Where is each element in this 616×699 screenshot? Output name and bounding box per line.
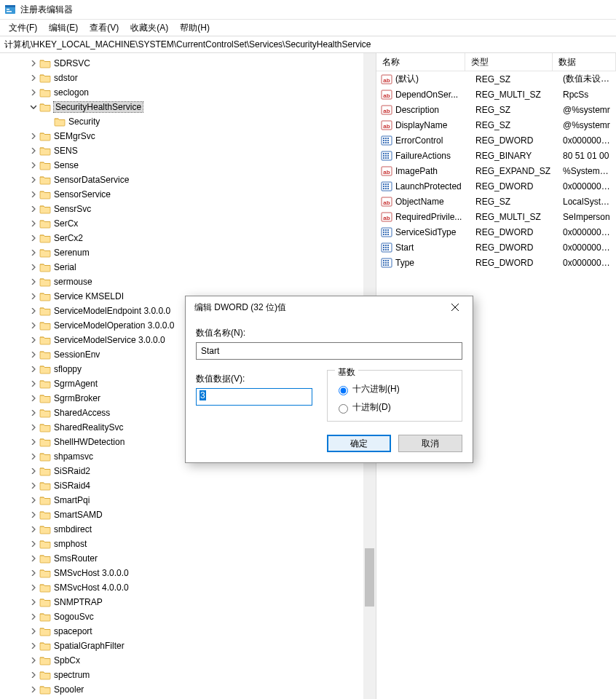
chevron-right-icon[interactable] [29, 379, 38, 388]
tree-item[interactable]: SmartPqi [0, 493, 376, 508]
tree-item[interactable]: SEMgrSvc [0, 129, 376, 143]
chevron-right-icon[interactable] [29, 554, 38, 563]
values-rows[interactable]: (默认)REG_SZ(数值未设置)DependOnSer...REG_MULTI… [376, 71, 616, 270]
chevron-right-icon[interactable] [29, 685, 38, 694]
menu-help[interactable]: 帮助(H) [174, 20, 216, 36]
chevron-right-icon[interactable] [29, 496, 38, 505]
tree-item[interactable]: Sense [0, 158, 376, 173]
tree-item[interactable]: SecurityHealthService [0, 100, 376, 114]
tree-item[interactable]: SmartSAMD [0, 508, 376, 522]
chevron-right-icon[interactable] [29, 671, 38, 679]
value-row[interactable]: StartREG_DWORD0x00000003 [376, 240, 616, 255]
value-name-field[interactable] [196, 342, 462, 360]
tree-item[interactable]: SerCx2 [0, 231, 376, 245]
menu-fav[interactable]: 收藏夹(A) [125, 20, 174, 36]
tree-item[interactable]: SerCx [0, 216, 376, 231]
value-row[interactable]: ErrorControlREG_DWORD0x00000001 [376, 133, 616, 148]
chevron-right-icon[interactable] [29, 248, 38, 257]
tree-item[interactable]: SiSRaid2 [0, 464, 376, 478]
chevron-right-icon[interactable] [29, 307, 38, 315]
dialog-titlebar[interactable]: 编辑 DWORD (32 位)值 [186, 296, 473, 318]
cancel-button[interactable]: 取消 [398, 435, 462, 452]
chevron-right-icon[interactable] [29, 627, 38, 636]
tree-item[interactable]: Serial [0, 260, 376, 275]
tree-item[interactable]: SmsRouter [0, 551, 376, 566]
value-row[interactable]: ObjectNameREG_SZLocalSystem [376, 194, 616, 209]
tree-item[interactable]: SMSvcHost 3.0.0.0 [0, 566, 376, 580]
chevron-right-icon[interactable] [29, 234, 38, 242]
tree-item[interactable]: SogouSvc [0, 609, 376, 624]
chevron-right-icon[interactable] [29, 612, 38, 621]
value-row[interactable]: DependOnSer...REG_MULTI_SZRpcSs [376, 87, 616, 102]
chevron-right-icon[interactable] [29, 219, 38, 228]
menu-view[interactable]: 查看(V) [84, 20, 125, 36]
chevron-right-icon[interactable] [29, 292, 38, 301]
chevron-right-icon[interactable] [29, 277, 38, 286]
tree-item[interactable]: SensorService [0, 187, 376, 202]
tree-item[interactable]: SMSvcHost 4.0.0.0 [0, 580, 376, 595]
tree-item[interactable]: seclogon [0, 85, 376, 100]
tree-item[interactable]: SensrSvc [0, 202, 376, 216]
column-data[interactable]: 数据 [553, 53, 616, 71]
tree-item[interactable]: SENS [0, 143, 376, 158]
value-row[interactable]: RequiredPrivile...REG_MULTI_SZSeImperson [376, 209, 616, 224]
value-row[interactable]: DisplayNameREG_SZ@%systemr [376, 117, 616, 133]
value-row[interactable]: TypeREG_DWORD0x00000010 [376, 255, 616, 270]
value-row[interactable]: ImagePathREG_EXPAND_SZ%SystemRo [376, 163, 616, 178]
tree-item[interactable]: Serenum [0, 245, 376, 260]
radix-dec-radio[interactable] [339, 404, 348, 414]
chevron-right-icon[interactable] [29, 467, 38, 475]
tree-item[interactable]: SDRSVC [0, 56, 376, 71]
chevron-right-icon[interactable] [29, 569, 38, 577]
chevron-right-icon[interactable] [29, 146, 38, 155]
chevron-down-icon[interactable] [29, 103, 38, 111]
chevron-right-icon[interactable] [29, 190, 38, 199]
chevron-right-icon[interactable] [29, 365, 38, 374]
chevron-right-icon[interactable] [29, 583, 38, 592]
menu-file[interactable]: 文件(F) [3, 20, 43, 36]
chevron-right-icon[interactable] [29, 656, 38, 665]
chevron-right-icon[interactable] [29, 540, 38, 548]
chevron-right-icon[interactable] [29, 161, 38, 170]
chevron-right-icon[interactable] [29, 336, 38, 344]
chevron-right-icon[interactable] [29, 423, 38, 432]
chevron-right-icon[interactable] [29, 641, 38, 650]
chevron-right-icon[interactable] [29, 394, 38, 403]
tree-item[interactable]: sermouse [0, 275, 376, 289]
tree-item[interactable]: smphost [0, 537, 376, 551]
tree-item[interactable]: SensorDataService [0, 173, 376, 187]
radix-hex-option[interactable]: 十六进制(H) [335, 383, 454, 395]
value-row[interactable]: (默认)REG_SZ(数值未设置) [376, 71, 616, 87]
value-row[interactable]: FailureActionsREG_BINARY80 51 01 00 [376, 148, 616, 163]
tree-item[interactable]: SNMPTRAP [0, 595, 376, 609]
tree-item[interactable]: Security [0, 114, 376, 129]
chevron-right-icon[interactable] [29, 350, 38, 359]
column-name[interactable]: 名称 [376, 53, 465, 71]
tree-item[interactable]: Spooler [0, 682, 376, 697]
tree-item[interactable]: SiSRaid4 [0, 478, 376, 493]
tree-item[interactable]: spaceport [0, 624, 376, 639]
chevron-right-icon[interactable] [29, 598, 38, 607]
chevron-right-icon[interactable] [29, 452, 38, 461]
value-data-field[interactable]: 3 [196, 388, 312, 406]
tree-item[interactable]: spectrum [0, 668, 376, 682]
chevron-right-icon[interactable] [29, 481, 38, 490]
chevron-right-icon[interactable] [29, 88, 38, 97]
value-row[interactable]: LaunchProtectedREG_DWORD0x00000002 [376, 178, 616, 194]
tree-item[interactable]: SpbCx [0, 653, 376, 668]
menu-edit[interactable]: 编辑(E) [43, 20, 84, 36]
address-bar[interactable]: 计算机\HKEY_LOCAL_MACHINE\SYSTEM\CurrentCon… [0, 36, 616, 53]
chevron-right-icon[interactable] [29, 175, 38, 184]
column-type[interactable]: 类型 [465, 53, 553, 71]
value-row[interactable]: ServiceSidTypeREG_DWORD0x00000001 [376, 224, 616, 240]
value-row[interactable]: DescriptionREG_SZ@%systemr [376, 102, 616, 117]
chevron-right-icon[interactable] [29, 132, 38, 141]
chevron-right-icon[interactable] [29, 74, 38, 82]
chevron-right-icon[interactable] [29, 263, 38, 272]
chevron-right-icon[interactable] [29, 205, 38, 213]
chevron-right-icon[interactable] [29, 438, 38, 446]
tree-scrollbar-thumb[interactable] [365, 548, 374, 607]
tree-item[interactable]: SpatialGraphFilter [0, 639, 376, 653]
chevron-right-icon[interactable] [29, 59, 38, 68]
tree-item[interactable]: smbdirect [0, 522, 376, 537]
